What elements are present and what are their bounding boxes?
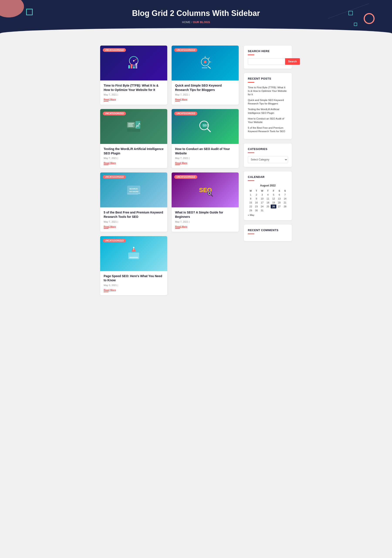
breadcrumb-separator: / (191, 20, 192, 24)
cal-cell-10[interactable]: 10 (259, 197, 265, 201)
cal-row-4: 22 23 24 25 26 27 28 (248, 205, 288, 209)
seo-audit-illustration: SEO (196, 118, 214, 135)
svg-rect-4 (131, 64, 133, 69)
cal-cell-21[interactable]: 21 (282, 201, 288, 205)
calendar-table: M T W T F S S 1 2 3 4 5 (248, 189, 288, 212)
cal-cell-6[interactable]: 6 (276, 193, 282, 197)
card-readmore-5[interactable]: Read More (104, 225, 164, 229)
svg-point-8 (204, 61, 207, 63)
cal-cell-30[interactable]: 30 (253, 209, 259, 212)
recent-post-item-5[interactable]: 5 of the Best Free and Premium Keyword R… (248, 126, 288, 133)
cal-cell-15[interactable]: 15 (248, 201, 253, 205)
recent-posts-title: RECENT POSTS (248, 77, 288, 80)
svg-rect-24 (127, 186, 140, 194)
card-readmore-7[interactable]: Read More (104, 289, 164, 292)
card-readmore-2[interactable]: Read More (175, 98, 235, 102)
cal-cell-14[interactable]: 14 (282, 197, 288, 201)
categories-widget: CATEGORIES Select Category Uncategorized… (244, 143, 292, 167)
svg-point-23 (202, 124, 206, 127)
cal-cell-2[interactable]: 2 (253, 193, 259, 197)
card-badge-3: Uncategorized (103, 112, 126, 115)
search-button[interactable]: Search (285, 58, 300, 65)
cal-cell-7[interactable]: 7 (282, 193, 288, 197)
recent-post-item-1[interactable]: Time to First Byte (TTFB): What It Is & … (248, 86, 288, 96)
card-body-5: 5 of the Best Free and Premium Keyword R… (100, 207, 167, 232)
cal-cell-22[interactable]: 22 (248, 205, 253, 209)
card-body-3: Testing the WordLift Artificial Intellig… (100, 144, 167, 168)
cal-cell-27[interactable]: 27 (276, 205, 282, 209)
svg-rect-3 (128, 65, 130, 69)
card-title-3: Testing the WordLift Artificial Intellig… (104, 147, 164, 156)
cal-cell-1[interactable]: 1 (248, 193, 253, 197)
cal-cell-25[interactable]: 25 (265, 205, 271, 209)
card-title-1: Time to First Byte (TTFB): What It Is & … (104, 84, 164, 92)
cal-cell-8[interactable]: 8 (248, 197, 253, 201)
cal-cell-5[interactable]: 5 (271, 193, 276, 197)
card-readmore-6[interactable]: Read More (175, 225, 235, 229)
cal-cell-19[interactable]: 19 (271, 201, 276, 205)
header-wave (0, 28, 392, 39)
search-divider (248, 54, 254, 55)
cal-cell-16[interactable]: 16 (253, 201, 259, 205)
recent-posts-widget: RECENT POSTS Time to First Byte (TTFB): … (244, 73, 292, 139)
cal-cell-13[interactable]: 13 (276, 197, 282, 201)
cal-cell-12[interactable]: 12 (271, 197, 276, 201)
svg-line-31 (211, 195, 213, 196)
deco-square-topleft (26, 9, 33, 15)
cal-cell-29[interactable]: 29 (248, 209, 253, 212)
recent-post-item-3[interactable]: Testing the WordLift Artificial Intellig… (248, 107, 288, 114)
svg-rect-19 (127, 129, 140, 132)
breadcrumb-home[interactable]: HOME (182, 20, 191, 24)
blog-grid: Uncategorized Time to First Byte (TTFB):… (100, 46, 239, 295)
card-date-2: May 7, 2021 | (175, 93, 235, 96)
cal-cell-empty-3 (276, 209, 282, 212)
card-title-7: Page Speed SEO: Here's What You Need to … (104, 274, 164, 283)
svg-rect-5 (133, 66, 135, 69)
card-date-4: May 7, 2021 | (175, 157, 235, 159)
breadcrumb-current: OUR BLOGS (193, 20, 210, 24)
cal-cell-20[interactable]: 20 (276, 201, 282, 205)
blog-card-5: SEARCH KEYWORD Uncategorized 5 of the Be… (100, 173, 167, 232)
card-readmore-3[interactable]: Read More (104, 162, 164, 165)
cal-cell-18[interactable]: 18 (265, 201, 271, 205)
card-badge-7: Uncategorized (103, 239, 126, 243)
card-readmore-4[interactable]: Read More (175, 162, 235, 165)
cal-cell-31[interactable]: 31 (259, 209, 265, 212)
sidebar: SEARCH HERE Search RECENT POSTS Time to … (244, 46, 292, 245)
cal-cell-26[interactable]: 26 (271, 205, 276, 209)
category-select[interactable]: Select Category Uncategorized SEO Bloggi… (248, 156, 288, 163)
calendar-widget: CALENDAR August 2022 M T W T F S S (244, 171, 292, 220)
blog-card-3: Uncategorized Testing the WordLift Artif… (100, 109, 167, 168)
recent-posts-divider (248, 82, 254, 83)
cal-cell-11[interactable]: 11 (265, 197, 271, 201)
svg-rect-18 (135, 121, 140, 129)
search-input[interactable] (248, 58, 285, 65)
cal-cell-23[interactable]: 23 (253, 205, 259, 209)
cal-cell-empty-1 (265, 209, 271, 212)
cal-cell-28[interactable]: 28 (282, 205, 288, 209)
svg-rect-28 (127, 194, 138, 195)
cal-day-m: M (248, 189, 253, 193)
seo-keyword-illustration (196, 54, 214, 72)
card-image-wrap-3: Uncategorized (100, 109, 167, 144)
cal-cell-17[interactable]: 17 (259, 201, 265, 205)
breadcrumb: HOME / OUR BLOGS (4, 20, 388, 24)
cal-cell-24[interactable]: 24 (259, 205, 265, 209)
cal-row-2: 8 9 10 11 12 13 14 (248, 197, 288, 201)
cal-cell-4[interactable]: 4 (265, 193, 271, 197)
svg-rect-27 (127, 193, 140, 194)
recent-post-item-4[interactable]: How to Conduct an SEO Audit of Your Webs… (248, 117, 288, 124)
cal-cell-9[interactable]: 9 (253, 197, 259, 201)
calendar-nav-prev[interactable]: « May (248, 214, 288, 216)
svg-point-36 (133, 247, 134, 248)
card-title-6: What is SEO? A Simple Guide for Beginner… (175, 210, 235, 219)
recent-post-item-2[interactable]: Quick and Simple SEO Keyword Research Ti… (248, 98, 288, 105)
cal-cell-empty-2 (271, 209, 276, 212)
card-readmore-1[interactable]: Read More (104, 98, 164, 102)
card-badge-5: Uncategorized (103, 175, 126, 179)
blog-card-1: Uncategorized Time to First Byte (TTFB):… (100, 46, 167, 105)
cal-cell-3[interactable]: 3 (259, 193, 265, 197)
cal-day-s: S (276, 189, 282, 193)
svg-point-2 (133, 60, 134, 61)
card-date-1: May 7, 2021 | (104, 93, 164, 96)
